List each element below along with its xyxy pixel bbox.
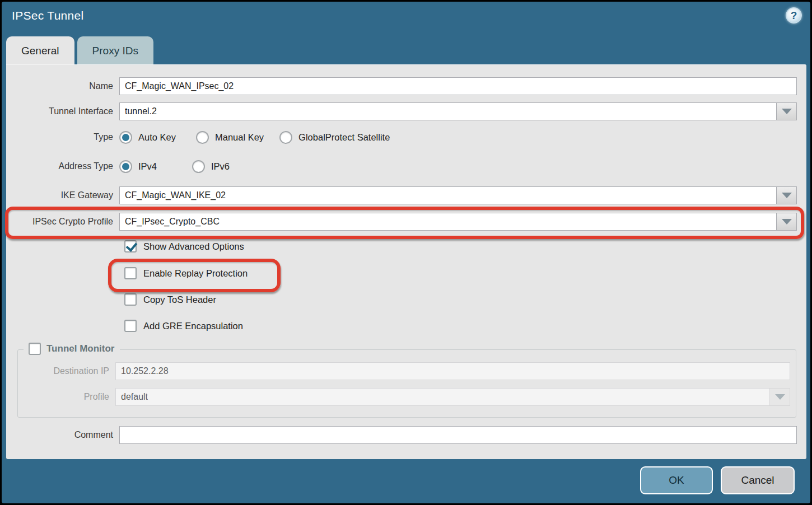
ipsec-crypto-profile-input[interactable]	[119, 213, 777, 231]
comment-row: Comment	[6, 426, 797, 444]
monitor-profile-row: Profile	[18, 388, 790, 406]
chevron-down-icon	[782, 193, 792, 198]
tab-general[interactable]: General	[6, 36, 74, 65]
name-row: Name	[6, 77, 797, 95]
tab-proxy-ids[interactable]: Proxy IDs	[77, 36, 153, 65]
add-gre-encapsulation-checkbox-row[interactable]: Add GRE Encapsulation	[124, 320, 243, 332]
radio-label: IPv4	[138, 161, 157, 172]
radio-icon[interactable]	[196, 131, 209, 144]
destination-ip-row: Destination IP	[18, 362, 790, 380]
monitor-profile-input	[115, 388, 770, 406]
checkbox-label: Show Advanced Options	[143, 241, 244, 252]
ipsec-tunnel-dialog: IPSec Tunnel ? General Proxy IDs Name Tu…	[0, 0, 812, 505]
comment-input[interactable]	[119, 426, 797, 444]
comment-label: Comment	[6, 430, 119, 440]
radio-icon[interactable]	[119, 160, 132, 173]
help-icon[interactable]: ?	[786, 7, 802, 24]
cancel-button[interactable]: Cancel	[721, 466, 795, 494]
name-label: Name	[6, 81, 119, 91]
tab-bar: General Proxy IDs	[6, 36, 153, 65]
checkbox-icon[interactable]	[124, 320, 137, 332]
destination-ip-label: Destination IP	[18, 366, 115, 376]
radio-icon[interactable]	[192, 160, 205, 173]
ok-button[interactable]: OK	[640, 466, 713, 494]
radio-ipv6[interactable]: IPv6	[192, 160, 230, 173]
radio-manual-key[interactable]: Manual Key	[196, 131, 264, 144]
name-input[interactable]	[119, 77, 797, 95]
checkbox-label: Copy ToS Header	[143, 294, 216, 305]
ike-gateway-row: IKE Gateway	[6, 186, 797, 204]
radio-label: GlobalProtect Satellite	[298, 132, 390, 143]
checkbox-label: Add GRE Encapsulation	[143, 321, 243, 331]
radio-ipv4[interactable]: IPv4	[119, 160, 157, 173]
type-radio-group: Auto Key Manual Key GlobalProtect Satell…	[119, 131, 390, 144]
chevron-down-icon	[782, 219, 792, 225]
tunnel-interface-input[interactable]	[119, 102, 777, 120]
chevron-down-icon	[775, 394, 785, 400]
checkbox-icon[interactable]	[124, 267, 137, 279]
tunnel-interface-dropdown-button[interactable]	[777, 102, 797, 120]
radio-label: IPv6	[211, 161, 230, 172]
checkbox-icon[interactable]	[124, 240, 137, 252]
tunnel-monitor-fieldset: Tunnel Monitor Destination IP Profile	[17, 349, 796, 418]
ike-gateway-dropdown-button[interactable]	[777, 186, 797, 204]
tunnel-interface-row: Tunnel Interface	[6, 102, 797, 120]
ipsec-crypto-profile-dropdown-button[interactable]	[777, 213, 797, 231]
copy-tos-header-checkbox-row[interactable]: Copy ToS Header	[124, 293, 216, 306]
ike-gateway-label: IKE Gateway	[6, 190, 119, 200]
radio-icon[interactable]	[279, 131, 292, 144]
destination-ip-input	[115, 362, 790, 380]
tunnel-interface-label: Tunnel Interface	[6, 106, 119, 116]
address-type-row: Address Type IPv4 IPv6	[6, 158, 797, 174]
address-type-radio-group: IPv4 IPv6	[119, 160, 230, 173]
tunnel-monitor-legend: Tunnel Monitor	[24, 343, 120, 355]
tunnel-monitor-checkbox[interactable]	[29, 343, 41, 355]
tunnel-monitor-label: Tunnel Monitor	[46, 343, 115, 354]
radio-globalprotect-satellite[interactable]: GlobalProtect Satellite	[279, 131, 390, 144]
show-advanced-options-checkbox-row[interactable]: Show Advanced Options	[124, 240, 244, 252]
chevron-down-icon	[782, 109, 792, 114]
checkbox-icon[interactable]	[124, 293, 137, 306]
monitor-profile-label: Profile	[18, 392, 115, 402]
address-type-label: Address Type	[6, 161, 119, 171]
radio-icon[interactable]	[119, 131, 132, 144]
radio-label: Manual Key	[215, 132, 264, 143]
radio-auto-key[interactable]: Auto Key	[119, 131, 176, 144]
monitor-profile-dropdown-button	[770, 388, 790, 406]
checkbox-label: Enable Replay Protection	[143, 268, 248, 279]
type-label: Type	[6, 132, 119, 142]
ike-gateway-input[interactable]	[119, 186, 777, 204]
general-tab-panel: Name Tunnel Interface Type Auto Key Manu…	[6, 64, 806, 459]
enable-replay-protection-checkbox-row[interactable]: Enable Replay Protection	[124, 267, 248, 279]
type-row: Type Auto Key Manual Key GlobalProtect S…	[6, 129, 797, 145]
ipsec-crypto-profile-label: IPSec Crypto Profile	[6, 217, 119, 227]
dialog-title: IPSec Tunnel	[12, 9, 84, 22]
ipsec-crypto-profile-row: IPSec Crypto Profile	[6, 213, 797, 231]
radio-label: Auto Key	[138, 132, 176, 143]
